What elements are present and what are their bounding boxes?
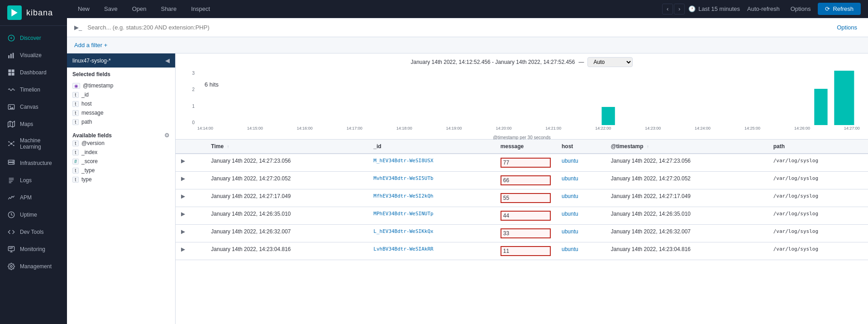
table-row: ▶ January 14th 2022, 14:27:20.052 MvhEV3… [176,172,868,189]
inspect-button[interactable]: Inspect [187,4,214,14]
time-forward-button[interactable]: › [674,4,685,15]
th-message[interactable]: message [495,140,556,154]
kibana-logo-svg [10,8,19,17]
x-label-13: 14:26:00 [794,126,810,134]
sidebar: kibana Discover Visualize Dashboard Tim [0,0,67,324]
wave-icon [7,86,15,94]
row-message-value-2: 55 [501,193,551,203]
sidebar-item-visualize[interactable]: Visualize [0,47,67,64]
index-pattern-name: linux47-syslog-* [72,58,111,64]
chart-svg [196,71,861,125]
chart-bar-1 [601,107,615,125]
sidebar-item-canvas[interactable]: Canvas [0,98,67,116]
map-icon [7,120,15,128]
sidebar-item-label-uptime: Uptime [20,212,37,218]
row-time-5: January 14th 2022, 14:23:04.816 [205,242,368,260]
field-item-path[interactable]: t path [72,117,170,126]
ml-icon [7,140,15,148]
th-host[interactable]: host [556,140,606,154]
clock-icon: 🕐 [688,5,696,12]
time-back-button[interactable]: ‹ [662,4,673,15]
svg-rect-30 [9,183,11,183]
x-label-7: 14:20:00 [496,126,511,134]
share-button[interactable]: Share [157,4,180,14]
sidebar-item-machine-learning[interactable]: Machine Learning [0,133,67,155]
sidebar-item-devtools[interactable]: Dev Tools [0,223,67,241]
row-id-1: MvhEV34Bdtr-WeSI5UTb [368,172,495,189]
x-label-8: 14:21:00 [545,126,561,134]
chart-x-labels: 14:14:00 14:15:00 14:16:00 14:17:00 14:1… [196,126,861,134]
sidebar-item-label-management: Management [20,263,52,270]
field-item-type-underscore[interactable]: t _type [72,166,170,175]
data-table-wrapper[interactable]: Time ↑ _id message host @timestamp ↑ pat… [176,140,868,324]
x-label-10: 14:23:00 [645,126,661,134]
svg-rect-2 [8,55,10,58]
row-message-value-3: 44 [501,211,551,221]
sidebar-item-dashboard[interactable]: Dashboard [0,64,67,81]
th-expand [176,140,205,154]
options-link[interactable]: Options [833,22,861,33]
field-type-badge-t3: t [72,110,79,116]
th-time[interactable]: Time ↑ [205,140,368,154]
options-button[interactable]: Options [787,4,815,14]
main-area: New Save Open Share Inspect ‹ › 🕐 Last 1… [67,0,868,324]
field-item-version[interactable]: t @version [72,139,170,148]
field-type-badge-date: ◉ [72,83,80,89]
sidebar-item-apm[interactable]: APM [0,189,67,206]
field-item-timestamp[interactable]: ◉ @timestamp [72,81,170,90]
bar-chart-icon [7,51,15,59]
th-path[interactable]: path [768,140,868,154]
index-collapse-button[interactable]: ◀ [165,57,170,64]
row-message-2: 55 [495,189,556,207]
sidebar-item-infrastructure[interactable]: Infrastructure [0,155,67,172]
row-path-4: /var/log/syslog [768,225,868,242]
th-id[interactable]: _id [368,140,495,154]
open-button[interactable]: Open [129,4,150,14]
chart-interval-select[interactable]: Auto 1 second 30 seconds 1 minute [587,57,633,67]
svg-rect-29 [9,181,13,181]
row-expand-button-4[interactable]: ▶ [181,228,185,235]
row-timestamp-1: January 14th 2022, 14:27:20.052 [606,172,768,189]
sidebar-item-management[interactable]: Management [0,258,67,275]
sidebar-item-discover[interactable]: Discover [0,29,67,47]
field-type-badge-t4: t [72,119,79,125]
field-item-score[interactable]: # _score [72,157,170,166]
sidebar-item-logs[interactable]: Logs [0,172,67,189]
sidebar-item-monitoring[interactable]: Monitoring [0,241,67,258]
topbar-left: New Save Open Share Inspect [74,4,214,14]
table-header-row: Time ↑ _id message host @timestamp ↑ pat… [176,140,868,154]
row-expand-button-1[interactable]: ▶ [181,175,185,182]
sidebar-item-timelion[interactable]: Timelion [0,81,67,98]
row-id-5: LvhBV34Bdtr-WeSIAkRR [368,242,495,260]
time-range-label: Last 15 minutes [698,5,740,12]
row-time-3: January 14th 2022, 14:26:35.010 [205,207,368,225]
field-item-id[interactable]: t _id [72,90,170,99]
row-message-value-0: 77 [501,158,551,168]
save-button[interactable]: Save [100,4,121,14]
field-item-type[interactable]: t type [72,175,170,184]
svg-point-15 [8,141,10,143]
sidebar-item-maps[interactable]: Maps [0,116,67,133]
field-item-index[interactable]: t _index [72,148,170,157]
sort-icon-time: ↑ [227,144,229,149]
row-expand-button-5[interactable]: ▶ [181,246,185,252]
add-filter-button[interactable]: Add a filter + [74,42,107,48]
refresh-button[interactable]: ⟳ Refresh [818,3,861,15]
row-expand-button-3[interactable]: ▶ [181,211,185,217]
field-item-host[interactable]: t host [72,99,170,108]
gear-icon[interactable]: ⚙ [164,132,170,139]
search-input[interactable] [87,24,830,31]
th-timestamp[interactable]: @timestamp ↑ [606,140,768,154]
new-button[interactable]: New [74,4,93,14]
field-item-message[interactable]: t message [72,108,170,117]
svg-line-22 [12,144,13,145]
time-nav-arrows: ‹ › [662,4,685,15]
right-panel: January 14th 2022, 14:12:52.456 - Januar… [176,53,868,324]
auto-refresh-button[interactable]: Auto-refresh [744,4,783,14]
row-host-1: ubuntu [556,172,606,189]
sidebar-item-uptime[interactable]: Uptime [0,206,67,223]
row-message-5: 11 [495,242,556,260]
row-expand-button-2[interactable]: ▶ [181,193,185,199]
svg-point-10 [10,106,11,107]
row-expand-button-0[interactable]: ▶ [181,158,185,164]
